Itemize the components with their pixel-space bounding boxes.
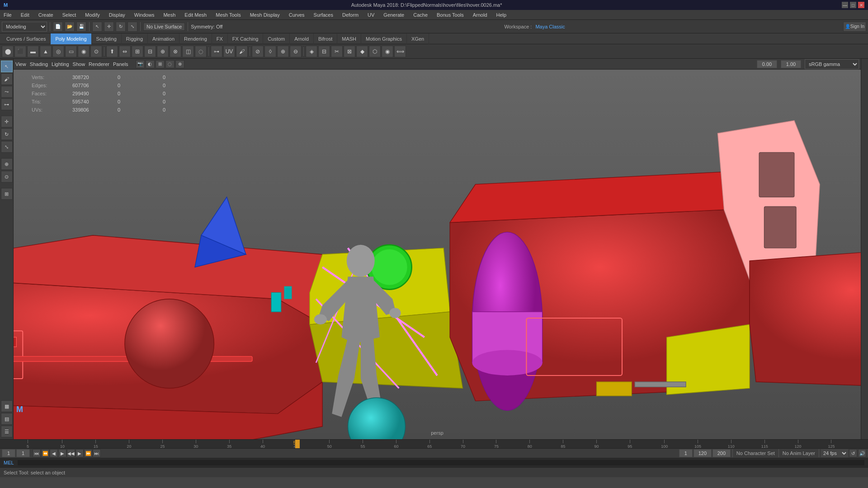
bridge-icon-btn[interactable]: ⇔ xyxy=(119,46,131,57)
vp-menu-show[interactable]: Show xyxy=(73,61,85,67)
tab-rendering[interactable]: Rendering xyxy=(179,33,212,44)
menu-modify[interactable]: Modify xyxy=(83,11,101,19)
tab-fx-caching[interactable]: FX Caching xyxy=(228,33,263,44)
tab-custom[interactable]: Custom xyxy=(263,33,290,44)
tab-sculpting[interactable]: Sculpting xyxy=(92,33,122,44)
go-to-start-button[interactable]: ⏮ xyxy=(33,449,41,457)
menu-bonus-tools[interactable]: Bonus Tools xyxy=(435,11,466,19)
move-button[interactable]: ✛ xyxy=(1,116,13,127)
menu-mesh-tools[interactable]: Mesh Tools xyxy=(214,11,242,19)
ring-select-icon-btn[interactable]: ◊ xyxy=(264,46,276,57)
timeline-ruler[interactable]: 5101520253035404550556065707580859095100… xyxy=(0,440,868,449)
vp-shading-icon[interactable]: ◐ xyxy=(146,60,155,68)
select-mode-button[interactable]: ↖ xyxy=(1,61,13,72)
vp-smooth-icon[interactable]: ◌ xyxy=(165,60,175,68)
vp-menu-shading[interactable]: Shading xyxy=(30,61,48,67)
menu-curves[interactable]: Curves xyxy=(287,11,307,19)
cone-icon-btn[interactable]: ▲ xyxy=(40,46,52,57)
scale-tool-button[interactable]: ⤡ xyxy=(127,22,137,32)
tab-motion-graphics[interactable]: Motion Graphics xyxy=(361,33,407,44)
maximize-button[interactable]: □ xyxy=(850,2,856,8)
go-to-end-button[interactable]: ⏭ xyxy=(93,449,101,457)
move-tool-button[interactable]: ✛ xyxy=(104,22,114,32)
extrude-icon-btn[interactable]: ⬆ xyxy=(106,46,118,57)
menu-display[interactable]: Display xyxy=(107,11,127,19)
bevel-icon-btn[interactable]: ◈ xyxy=(306,46,317,57)
lasso-select-button[interactable]: ⤳ xyxy=(1,86,13,98)
menu-help[interactable]: Help xyxy=(495,11,509,19)
menu-arnold[interactable]: Arnold xyxy=(471,11,489,19)
slide-edge-icon-btn[interactable]: ⟺ xyxy=(394,46,406,57)
loop-button[interactable]: ↺ xyxy=(849,449,857,457)
menu-deform[interactable]: Deform xyxy=(340,11,360,19)
quick-layout-button[interactable]: ▦ xyxy=(1,400,13,412)
tab-poly-modeling[interactable]: Poly Modeling xyxy=(51,33,91,44)
menu-generate[interactable]: Generate xyxy=(382,11,406,19)
menu-windows[interactable]: Windows xyxy=(132,11,156,19)
menu-select[interactable]: Select xyxy=(61,11,78,19)
select-tool-button[interactable]: ↖ xyxy=(92,22,102,32)
uv-icon-btn[interactable]: UV xyxy=(223,46,235,57)
sphere-icon-btn[interactable]: ⬤ xyxy=(2,46,14,57)
tab-arnold[interactable]: Arnold xyxy=(290,33,314,44)
open-scene-button[interactable]: 📂 xyxy=(65,22,75,32)
loop-select-icon-btn[interactable]: ⊘ xyxy=(252,46,264,57)
next-frame-button[interactable]: ▶ xyxy=(75,449,84,457)
vp-menu-lighting[interactable]: Lighting xyxy=(52,61,69,67)
sculpt-button[interactable]: ⊶ xyxy=(1,99,13,110)
frame-input[interactable] xyxy=(679,449,693,457)
append-icon-btn[interactable]: ⊠ xyxy=(344,46,355,57)
step-back-button[interactable]: ⏪ xyxy=(41,449,49,457)
vp-value2-input[interactable] xyxy=(781,60,801,68)
mel-input[interactable] xyxy=(18,460,864,465)
cylinder-icon-btn[interactable]: ▬ xyxy=(27,46,39,57)
disk-icon-btn[interactable]: ◉ xyxy=(78,46,90,57)
plane-icon-btn[interactable]: ▭ xyxy=(65,46,77,57)
combine-icon-btn[interactable]: ⊞ xyxy=(132,46,143,57)
step-forward-button[interactable]: ⏩ xyxy=(84,449,92,457)
vp-ao-icon[interactable]: ⊕ xyxy=(175,60,184,68)
quad-draw-icon-btn[interactable]: ⬡ xyxy=(369,46,381,57)
edge-loop-icon-btn[interactable]: ⊟ xyxy=(318,46,330,57)
menu-file[interactable]: File xyxy=(2,11,14,19)
fps-select[interactable]: 24 fps xyxy=(821,449,848,457)
tab-animation[interactable]: Animation xyxy=(148,33,179,44)
target-weld-icon-btn[interactable]: ◉ xyxy=(382,46,393,57)
pipe-icon-btn[interactable]: ⊙ xyxy=(90,46,102,57)
range-end-input[interactable] xyxy=(693,449,712,457)
menu-cache[interactable]: Cache xyxy=(411,11,429,19)
soft-mod-button[interactable]: ⊙ xyxy=(1,171,13,183)
rotate-tool-button[interactable]: ↻ xyxy=(116,22,126,32)
vp-menu-view[interactable]: View xyxy=(15,61,26,67)
vp-camera-icon[interactable]: 📷 xyxy=(136,60,145,68)
tab-mash[interactable]: MASH xyxy=(337,33,361,44)
start-frame-input[interactable] xyxy=(2,449,15,457)
menu-mesh[interactable]: Mesh xyxy=(161,11,177,19)
sculpt-icon-btn[interactable]: ⊶ xyxy=(211,46,222,57)
paint-icon-btn[interactable]: 🖌 xyxy=(236,46,248,57)
tab-rigging[interactable]: Rigging xyxy=(122,33,148,44)
grow-select-icon-btn[interactable]: ⊕ xyxy=(277,46,289,57)
menu-edit-mesh[interactable]: Edit Mesh xyxy=(183,11,208,19)
prev-frame-button[interactable]: ◀ xyxy=(50,449,58,457)
menu-uv[interactable]: UV xyxy=(366,11,376,19)
weld-icon-btn[interactable]: ◆ xyxy=(356,46,368,57)
3d-viewport[interactable]: Verts: 308720 0 0 Edges: 607706 0 0 Face… xyxy=(14,70,861,439)
shrink-select-icon-btn[interactable]: ⊖ xyxy=(290,46,302,57)
tab-xgen[interactable]: XGen xyxy=(407,33,429,44)
mirror-icon-btn[interactable]: ◫ xyxy=(182,46,194,57)
max-end-input[interactable] xyxy=(712,449,731,457)
boolean-icon-btn[interactable]: ⊕ xyxy=(157,46,169,57)
new-scene-button[interactable]: 📄 xyxy=(53,22,63,32)
menu-surfaces[interactable]: Surfaces xyxy=(312,11,335,19)
color-profile-select[interactable]: sRGB gamma xyxy=(805,59,859,69)
menu-mesh-display[interactable]: Mesh Display xyxy=(248,11,282,19)
cube-icon-btn[interactable]: ⬛ xyxy=(14,46,26,57)
torus-icon-btn[interactable]: ◎ xyxy=(52,46,64,57)
smooth-icon-btn[interactable]: ◌ xyxy=(195,46,207,57)
scale-button[interactable]: ⤡ xyxy=(1,141,13,153)
paint-select-button[interactable]: 🖌 xyxy=(1,73,13,85)
show-manipulator-button[interactable]: ⊞ xyxy=(1,188,13,200)
cut-icon-btn[interactable]: ✂ xyxy=(331,46,343,57)
tab-fx[interactable]: FX xyxy=(212,33,228,44)
